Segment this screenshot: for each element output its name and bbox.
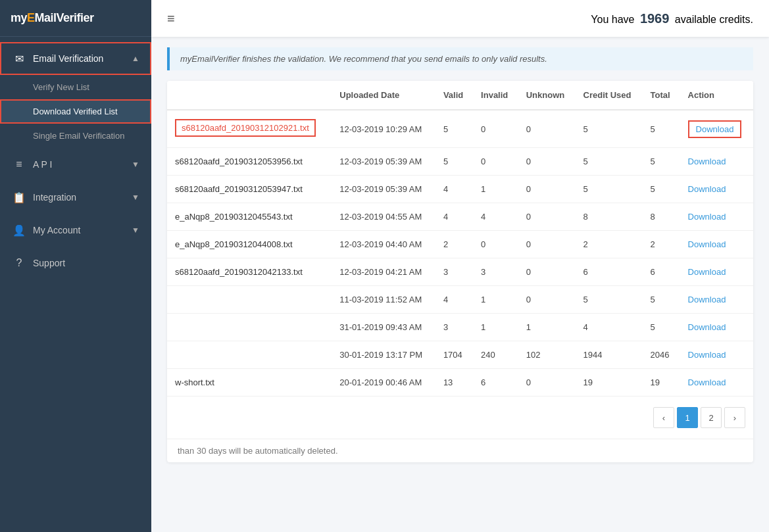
download-button[interactable]: Download <box>688 295 726 304</box>
download-button[interactable]: Download <box>688 212 726 222</box>
total-cell: 2 <box>643 231 680 258</box>
invalid-cell: 1 <box>473 286 518 314</box>
pagination-page-2[interactable]: 2 <box>701 407 722 428</box>
download-button[interactable]: Download <box>688 239 726 249</box>
filename-cell <box>167 341 332 369</box>
valid-cell: 5 <box>435 148 473 176</box>
date-cell: 12-03-2019 04:55 AM <box>332 203 435 231</box>
table-header-row: Uploaded Date Valid Invalid Unknown Cred… <box>167 81 753 110</box>
credit-used-cell: 5 <box>576 176 643 203</box>
account-icon: 👤 <box>12 223 26 237</box>
valid-cell: 4 <box>435 286 473 314</box>
sidebar-sub-item-download-verified-list[interactable]: Download Verified List <box>0 99 151 124</box>
sidebar-item-email-verification[interactable]: ✉ Email Verification ▲ <box>0 42 151 75</box>
download-button[interactable]: Download <box>688 267 726 277</box>
verified-list-table: Uploaded Date Valid Invalid Unknown Cred… <box>167 81 753 397</box>
pagination-page-1[interactable]: 1 <box>677 407 698 428</box>
table-row: 11-03-2019 11:52 AM41055Download <box>167 286 753 314</box>
sidebar-item-integration[interactable]: 📋 Integration ▼ <box>0 181 151 214</box>
filename-cell-highlighted: s68120aafd_20190312102921.txt <box>175 119 316 137</box>
credits-display: You have 1969 available credits. <box>591 11 753 26</box>
download-button[interactable]: Download <box>688 350 726 360</box>
col-credit-used: Credit Used <box>576 81 643 110</box>
table-body: s68120aafd_20190312102921.txt12-03-2019 … <box>167 110 753 397</box>
sidebar-item-support-label: Support <box>33 258 139 268</box>
credits-suffix: available credits. <box>675 14 753 25</box>
col-unknown: Unknown <box>518 81 576 110</box>
pagination-prev-button[interactable]: ‹ <box>653 407 674 428</box>
total-cell: 6 <box>643 258 680 286</box>
unknown-cell: 0 <box>518 369 576 397</box>
filename-cell <box>167 314 332 341</box>
table-row: e_aNqp8_20190312045543.txt12-03-2019 04:… <box>167 203 753 231</box>
sidebar-item-api-label: A P I <box>33 159 132 170</box>
credit-used-cell: 5 <box>576 286 643 314</box>
table-row: s68120aafd_20190312053947.txt12-03-2019 … <box>167 176 753 203</box>
pagination-next-button[interactable]: › <box>724 407 745 428</box>
api-icon: ≡ <box>12 157 26 172</box>
unknown-cell: 0 <box>518 203 576 231</box>
download-button[interactable]: Download <box>688 377 726 387</box>
filename-cell: w-short.txt <box>167 369 332 397</box>
credit-used-cell: 5 <box>576 110 643 148</box>
sidebar-item-my-account-label: My Account <box>33 225 132 235</box>
logo-area: myEMailVerifier <box>0 0 151 37</box>
sidebar-item-integration-label: Integration <box>33 192 132 203</box>
top-bar: ≡ You have 1969 available credits. <box>151 0 769 37</box>
total-cell: 5 <box>643 176 680 203</box>
col-filename <box>167 81 332 110</box>
filename-cell: s68120aafd_20190312053956.txt <box>167 148 332 176</box>
table-row: s68120aafd_20190312102921.txt12-03-2019 … <box>167 110 753 148</box>
hamburger-button[interactable]: ≡ <box>167 11 175 26</box>
credit-used-cell: 5 <box>576 148 643 176</box>
sidebar: myEMailVerifier ✉ Email Verification ▲ V… <box>0 0 151 532</box>
sidebar-item-my-account[interactable]: 👤 My Account ▼ <box>0 214 151 247</box>
invalid-cell: 0 <box>473 231 518 258</box>
content-area: myEmailVerifier finishes the validation.… <box>151 37 769 532</box>
valid-cell: 5 <box>435 110 473 148</box>
valid-cell: 13 <box>435 369 473 397</box>
sidebar-item-support[interactable]: ? Support <box>0 247 151 279</box>
total-cell: 5 <box>643 314 680 341</box>
col-invalid: Invalid <box>473 81 518 110</box>
table-row: s68120aafd_20190312042133.txt12-03-2019 … <box>167 258 753 286</box>
download-button-highlighted[interactable]: Download <box>688 120 742 138</box>
col-action: Action <box>680 81 753 110</box>
invalid-cell: 0 <box>473 148 518 176</box>
valid-cell: 3 <box>435 258 473 286</box>
table-row: s68120aafd_20190312053956.txt12-03-2019 … <box>167 148 753 176</box>
download-button[interactable]: Download <box>688 184 726 194</box>
date-cell: 11-03-2019 11:52 AM <box>332 286 435 314</box>
credit-used-cell: 8 <box>576 203 643 231</box>
download-button[interactable]: Download <box>688 322 726 332</box>
table-row: w-short.txt20-01-2019 00:46 AM13601919Do… <box>167 369 753 397</box>
unknown-cell: 0 <box>518 110 576 148</box>
sidebar-item-api[interactable]: ≡ A P I ▼ <box>0 148 151 181</box>
sidebar-sub-item-single-email-verification[interactable]: Single Email Verification <box>0 124 151 148</box>
logo-text: myEMailVerifier <box>11 11 94 25</box>
invalid-cell: 240 <box>473 341 518 369</box>
sidebar-sub-item-verify-new-list[interactable]: Verify New List <box>0 75 151 99</box>
footer-note: than 30 days will be automatically delet… <box>167 439 753 462</box>
single-email-verification-label: Single Email Verification <box>33 131 124 141</box>
download-button[interactable]: Download <box>688 157 726 166</box>
valid-cell: 1704 <box>435 341 473 369</box>
verify-new-list-label: Verify New List <box>33 82 89 92</box>
date-cell: 12-03-2019 05:39 AM <box>332 148 435 176</box>
unknown-cell: 0 <box>518 176 576 203</box>
valid-cell: 4 <box>435 176 473 203</box>
unknown-cell: 102 <box>518 341 576 369</box>
date-cell: 12-03-2019 10:29 AM <box>332 110 435 148</box>
total-cell: 5 <box>643 286 680 314</box>
filename-cell: e_aNqp8_20190312045543.txt <box>167 203 332 231</box>
col-total: Total <box>643 81 680 110</box>
total-cell: 5 <box>643 110 680 148</box>
date-cell: 30-01-2019 13:17 PM <box>332 341 435 369</box>
sidebar-nav: ✉ Email Verification ▲ Verify New List D… <box>0 37 151 532</box>
support-icon: ? <box>12 256 26 270</box>
date-cell: 12-03-2019 04:40 AM <box>332 231 435 258</box>
main-area: ≡ You have 1969 available credits. myEma… <box>151 0 769 532</box>
date-cell: 20-01-2019 00:46 AM <box>332 369 435 397</box>
unknown-cell: 0 <box>518 286 576 314</box>
unknown-cell: 0 <box>518 231 576 258</box>
